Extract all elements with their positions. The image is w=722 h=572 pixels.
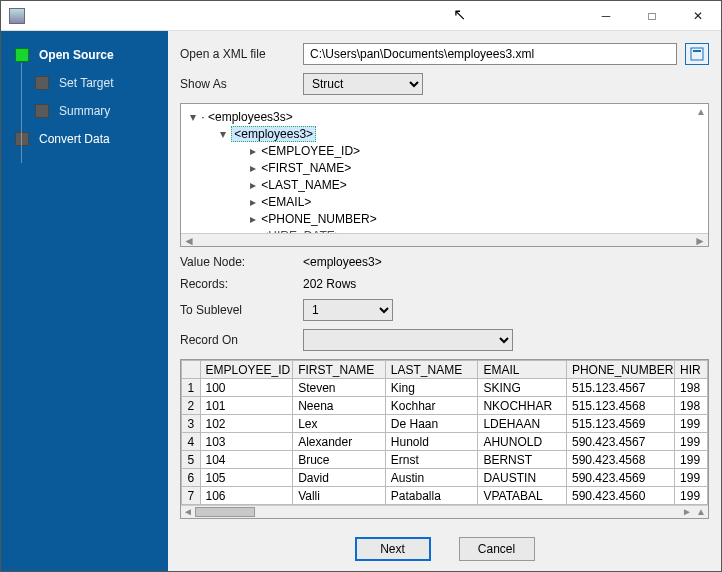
scroll-right-icon[interactable]: ► [694, 234, 706, 246]
cell[interactable]: NKOCHHAR [478, 397, 567, 415]
tree-node[interactable]: <PHONE_NUMBER> [261, 212, 376, 226]
step-icon [35, 76, 49, 90]
table-row[interactable]: 3102LexDe HaanLDEHAAN515.123.4569199 [182, 415, 708, 433]
browse-button[interactable] [685, 43, 709, 65]
file-path-input[interactable] [303, 43, 677, 65]
cell[interactable]: 100 [200, 379, 293, 397]
cell[interactable]: 515.123.4569 [566, 415, 674, 433]
to-sublevel-select[interactable]: 1 [303, 299, 393, 321]
preview-grid[interactable]: EMPLOYEE_ID FIRST_NAME LAST_NAME EMAIL P… [180, 359, 709, 519]
cell[interactable]: Valli [293, 487, 386, 505]
sidebar-item-open-source[interactable]: Open Source [1, 41, 168, 69]
tree-node[interactable]: <employees3s> [208, 110, 293, 124]
collapse-icon[interactable]: ▾ [217, 125, 228, 143]
scroll-thumb[interactable] [195, 507, 255, 517]
tree-node[interactable]: <FIRST_NAME> [261, 161, 351, 175]
sidebar-item-label: Convert Data [39, 132, 110, 146]
cell[interactable]: LDEHAAN [478, 415, 567, 433]
maximize-button[interactable]: □ [629, 1, 675, 31]
cell[interactable]: 590.423.4567 [566, 433, 674, 451]
cell[interactable]: David [293, 469, 386, 487]
expand-icon[interactable]: ▸ [247, 159, 258, 177]
table-row[interactable]: 6105DavidAustinDAUSTIN590.423.4569199 [182, 469, 708, 487]
cell[interactable]: 515.123.4567 [566, 379, 674, 397]
cell[interactable]: 106 [200, 487, 293, 505]
cell[interactable]: 198 [675, 379, 708, 397]
col-header[interactable]: HIR [675, 361, 708, 379]
cell[interactable]: 590.423.4569 [566, 469, 674, 487]
col-header[interactable]: LAST_NAME [385, 361, 478, 379]
expand-icon[interactable]: ▸ [247, 176, 258, 194]
sidebar-item-summary[interactable]: Summary [1, 97, 168, 125]
cell[interactable]: Ernst [385, 451, 478, 469]
cell[interactable]: AHUNOLD [478, 433, 567, 451]
open-file-label: Open a XML file [180, 47, 295, 61]
cell[interactable]: DAUSTIN [478, 469, 567, 487]
grid-hscroll[interactable]: ◄ ► ▲ [181, 505, 708, 518]
cell[interactable]: 515.123.4568 [566, 397, 674, 415]
minimize-button[interactable]: ─ [583, 1, 629, 31]
cell[interactable]: 199 [675, 469, 708, 487]
table-row[interactable]: 1100StevenKingSKING515.123.4567198 [182, 379, 708, 397]
cell[interactable]: Lex [293, 415, 386, 433]
cell[interactable]: 198 [675, 397, 708, 415]
cell[interactable]: Alexander [293, 433, 386, 451]
cell[interactable]: Neena [293, 397, 386, 415]
scroll-up-icon[interactable]: ▲ [696, 506, 706, 517]
cell[interactable]: SKING [478, 379, 567, 397]
table-row[interactable]: 2101NeenaKochharNKOCHHAR515.123.4568198 [182, 397, 708, 415]
cell[interactable]: 104 [200, 451, 293, 469]
cell[interactable]: Hunold [385, 433, 478, 451]
expand-icon[interactable]: ▸ [247, 210, 258, 228]
cell[interactable]: 101 [200, 397, 293, 415]
sidebar-item-convert-data[interactable]: Convert Data [1, 125, 168, 153]
titlebar: ─ □ ✕ [1, 1, 721, 31]
table-row[interactable]: 7106ValliPataballaVPATABAL590.423.456019… [182, 487, 708, 505]
cell[interactable]: 199 [675, 451, 708, 469]
cell[interactable]: 105 [200, 469, 293, 487]
collapse-icon[interactable]: ▾ [187, 108, 198, 126]
tree-node[interactable]: <EMAIL> [261, 195, 311, 209]
xml-tree[interactable]: ▲ ▾ · <employees3s> ▾ <employees3> ▸ <EM… [180, 103, 709, 247]
col-header[interactable]: EMPLOYEE_ID [200, 361, 293, 379]
tree-hscroll[interactable]: ◄► [181, 233, 708, 246]
cell[interactable]: 103 [200, 433, 293, 451]
cell[interactable]: 199 [675, 487, 708, 505]
col-header[interactable]: FIRST_NAME [293, 361, 386, 379]
cell[interactable]: 102 [200, 415, 293, 433]
grid-corner [182, 361, 201, 379]
table-row[interactable]: 4103AlexanderHunoldAHUNOLD590.423.456719… [182, 433, 708, 451]
table-row[interactable]: 5104BruceErnstBERNST590.423.4568199 [182, 451, 708, 469]
close-button[interactable]: ✕ [675, 1, 721, 31]
scroll-right-icon[interactable]: ► [682, 506, 692, 517]
cell[interactable]: 199 [675, 415, 708, 433]
cell[interactable]: 199 [675, 433, 708, 451]
cell[interactable]: 590.423.4568 [566, 451, 674, 469]
cell[interactable]: BERNST [478, 451, 567, 469]
sidebar-item-label: Set Target [59, 76, 113, 90]
cell[interactable]: King [385, 379, 478, 397]
record-on-select[interactable] [303, 329, 513, 351]
expand-icon[interactable]: ▸ [247, 193, 258, 211]
cell[interactable]: Kochhar [385, 397, 478, 415]
scroll-left-icon[interactable]: ◄ [183, 506, 193, 517]
cancel-button[interactable]: Cancel [459, 537, 535, 561]
cell[interactable]: 590.423.4560 [566, 487, 674, 505]
col-header[interactable]: PHONE_NUMBER [566, 361, 674, 379]
cell[interactable]: Steven [293, 379, 386, 397]
expand-icon[interactable]: ▸ [247, 142, 258, 160]
cell[interactable]: Pataballa [385, 487, 478, 505]
tree-node[interactable]: <LAST_NAME> [261, 178, 346, 192]
cell[interactable]: Austin [385, 469, 478, 487]
col-header[interactable]: EMAIL [478, 361, 567, 379]
next-button[interactable]: Next [355, 537, 431, 561]
tree-node-selected[interactable]: <employees3> [231, 126, 316, 142]
cell[interactable]: VPATABAL [478, 487, 567, 505]
sidebar-item-set-target[interactable]: Set Target [1, 69, 168, 97]
scroll-up-icon[interactable]: ▲ [696, 106, 706, 117]
tree-node[interactable]: <EMPLOYEE_ID> [261, 144, 360, 158]
scroll-left-icon[interactable]: ◄ [183, 234, 195, 246]
cell[interactable]: De Haan [385, 415, 478, 433]
cell[interactable]: Bruce [293, 451, 386, 469]
show-as-select[interactable]: Struct [303, 73, 423, 95]
